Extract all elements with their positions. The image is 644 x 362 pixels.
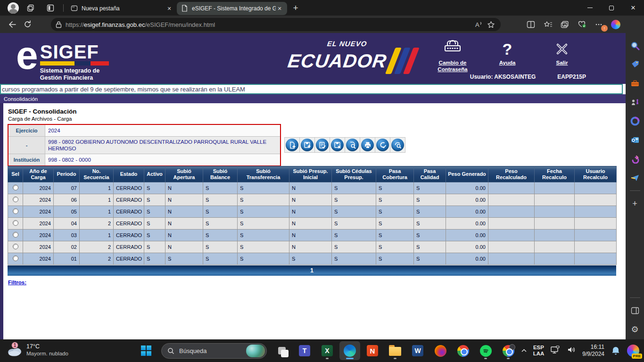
weather-widget[interactable]: 1 17°C Mayorm. nublado [7, 343, 68, 357]
sidebar-shopping-icon[interactable] [629, 58, 641, 71]
file-explorer-app-icon[interactable] [385, 341, 405, 360]
network-icon[interactable] [550, 345, 561, 356]
table-row: 2024042CERRADOSNSSNSSS0.00 [8, 218, 617, 230]
approve-record-button[interactable] [376, 139, 389, 151]
column-header: Usuario Recalculo [575, 166, 617, 182]
flag-stripe [40, 61, 109, 66]
firefox-app-icon[interactable] [430, 341, 451, 360]
change-password-link[interactable]: Cambio de Contraseña [432, 39, 473, 73]
table-cell: 0.00 [446, 253, 488, 265]
table-cell: S [332, 253, 376, 265]
esigef-favicon-icon [181, 5, 188, 12]
edge-app-icon[interactable] [339, 341, 360, 360]
search-highlight-image[interactable] [246, 345, 265, 357]
minimize-button[interactable] [579, 0, 601, 16]
row-select-radio[interactable] [13, 197, 18, 202]
form-row-ejercicio: Ejercicio 2024 [8, 125, 280, 137]
column-header: Peso Recalculado [488, 166, 535, 182]
exit-link[interactable]: Salir [542, 39, 582, 73]
sidebar-send-icon[interactable] [629, 172, 641, 184]
lock-icon[interactable] [56, 21, 62, 28]
sidebar-games-icon[interactable] [629, 96, 641, 108]
vertical-tabs-icon[interactable] [42, 2, 58, 14]
favorite-star-icon[interactable] [486, 19, 496, 30]
close-button[interactable]: ✕ [622, 0, 644, 16]
collections-star-icon[interactable] [543, 19, 553, 30]
sidebar-outlook-icon[interactable] [629, 134, 641, 146]
spotify-app-icon[interactable] [475, 341, 496, 360]
column-header: Fecha Recalculo [535, 166, 575, 182]
sidebar-search-icon[interactable] [629, 40, 641, 52]
task-view-button[interactable] [272, 341, 292, 360]
volume-icon[interactable] [567, 346, 576, 356]
table-cell [535, 206, 575, 218]
sidebar-tools-icon[interactable] [629, 77, 641, 90]
table-cell: 06 [54, 194, 80, 206]
more-menu-icon[interactable]: ↑ [594, 19, 604, 30]
tab-capture-icon[interactable] [560, 19, 570, 30]
table-cell: S [414, 241, 446, 253]
excel-app-icon[interactable]: X [317, 341, 338, 360]
help-link[interactable]: ? Ayuda [487, 39, 528, 73]
maximize-button[interactable] [601, 0, 622, 16]
row-select-radio[interactable] [13, 255, 18, 261]
taskbar-search[interactable]: Búsqueda [161, 343, 267, 359]
teams-app-icon[interactable]: T [294, 341, 315, 360]
sidebar-settings-icon[interactable]: ⚙ [629, 323, 641, 336]
language-indicator[interactable]: ESP LAA [533, 345, 545, 357]
read-aloud-icon[interactable]: A [473, 19, 484, 30]
menu-item-consolidacion[interactable]: Consolidación [0, 96, 38, 102]
new-record-button[interactable] [286, 139, 298, 151]
table-cell: S [165, 253, 203, 265]
browser-tab-bar: Nueva pestaña ✕ eSIGEF - Sistema Integra… [0, 0, 644, 16]
browser-essentials-icon[interactable] [577, 19, 587, 30]
table-cell [575, 230, 617, 241]
copilot-taskbar-icon[interactable]: PRE [627, 345, 639, 357]
row-select-radio[interactable] [13, 244, 18, 249]
row-select-radio[interactable] [13, 220, 18, 226]
validate-record-button[interactable] [316, 139, 329, 151]
nitro-pdf-app-icon[interactable]: N [362, 341, 383, 360]
copilot-pre-badge: PRE [632, 354, 642, 359]
sidebar-m365-icon[interactable] [629, 115, 641, 127]
save-record-button[interactable] [301, 139, 314, 151]
delete-record-button[interactable] [331, 139, 344, 151]
row-select-radio[interactable] [13, 208, 18, 214]
tray-expand-icon[interactable] [521, 347, 527, 354]
print-record-button[interactable] [361, 139, 374, 151]
workspaces-icon[interactable] [23, 2, 39, 14]
chrome-work-profile-icon[interactable] [498, 341, 519, 360]
column-header: Pasa Calidad [414, 166, 446, 182]
tab-esigef[interactable]: eSIGEF - Sistema Integrado de G ✕ [177, 2, 287, 15]
filters-link[interactable]: Filtros: [8, 280, 26, 285]
refresh-icon[interactable] [20, 18, 35, 31]
query-record-button[interactable] [391, 139, 404, 151]
clock-widget[interactable]: 16:11 9/9/2024 [582, 344, 604, 358]
menu-bar: Consolidación [0, 94, 626, 103]
pagination-bar[interactable]: 1 [8, 265, 616, 276]
row-select-radio[interactable] [13, 232, 18, 238]
form-row-entidad: - 998 - 0802 GOBIERNO AUTONOMO DESCENTRA… [8, 137, 280, 154]
chrome-app-icon[interactable] [453, 341, 473, 360]
back-icon[interactable] [5, 18, 20, 31]
sidebar-panel-icon[interactable] [629, 304, 641, 317]
word-app-icon[interactable]: W [407, 341, 428, 360]
sidebar-add-icon[interactable]: + [629, 197, 641, 210]
tab-close-icon[interactable]: ✕ [165, 5, 173, 12]
sidebar-drop-icon[interactable] [629, 153, 641, 165]
screen: Nueva pestaña ✕ eSIGEF - Sistema Integra… [0, 0, 644, 362]
page-number[interactable]: 1 [310, 267, 314, 274]
split-screen-icon[interactable] [526, 19, 536, 30]
new-tab-button[interactable]: + [289, 1, 302, 15]
nuevo-ecuador-logo: EL NUEVO ECUADOR [286, 40, 417, 74]
url-field[interactable]: https://esigef.finanzas.gob.ec/eSIGEF/me… [51, 18, 501, 31]
tab-close-icon[interactable]: ✕ [276, 5, 283, 12]
table-cell: S [238, 206, 289, 218]
preview-record-button[interactable] [346, 139, 359, 151]
profile-avatar-icon[interactable] [8, 2, 19, 14]
notifications-bell-icon[interactable] [611, 346, 621, 356]
tab-nueva-pestana[interactable]: Nueva pestaña ✕ [66, 2, 177, 15]
row-select-radio[interactable] [13, 185, 18, 190]
copilot-icon[interactable] [611, 19, 621, 30]
start-button[interactable] [136, 341, 157, 360]
